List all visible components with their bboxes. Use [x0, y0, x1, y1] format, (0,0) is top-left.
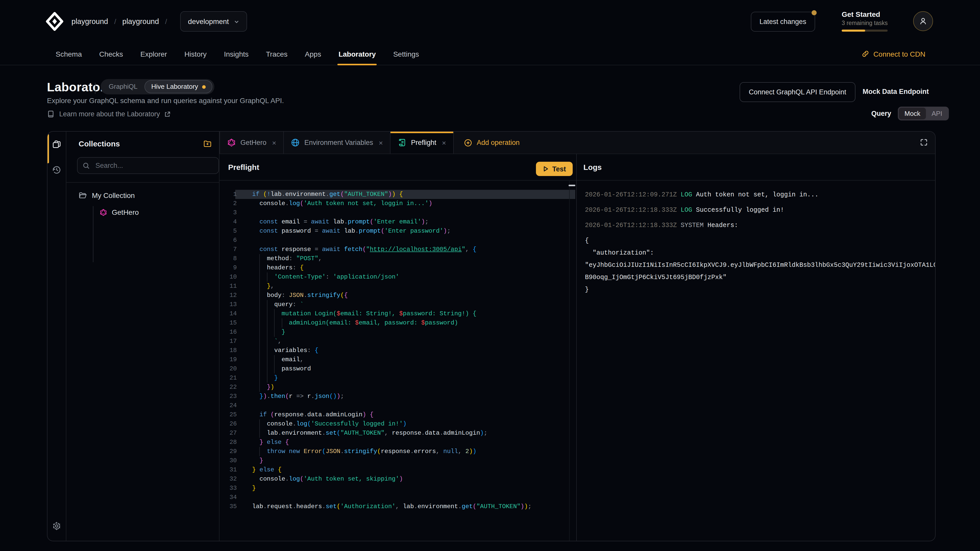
code-line[interactable]: 27 lab.environment.set("AUTH_TOKEN", res…: [220, 429, 576, 438]
code-line[interactable]: 17 `,: [220, 337, 576, 346]
nav-item-explorer[interactable]: Explorer: [132, 43, 176, 65]
settings-gear-icon[interactable]: [51, 520, 62, 532]
globe-icon: [291, 138, 300, 147]
code-line[interactable]: 22 }): [220, 383, 576, 392]
nav-item-traces[interactable]: Traces: [257, 43, 296, 65]
code-line[interactable]: 19 email,: [220, 355, 576, 364]
code-line[interactable]: 12 body: JSON.stringify({: [220, 291, 576, 300]
target-selector[interactable]: development: [180, 11, 247, 32]
line-number: 32: [220, 475, 237, 484]
tab-gethero[interactable]: GetHero×: [220, 132, 284, 154]
code-line[interactable]: 33}: [220, 484, 576, 493]
add-operation-label: Add operation: [477, 139, 520, 146]
code-line[interactable]: 16 }: [220, 327, 576, 337]
mode-option-graphiql[interactable]: GraphiQL: [103, 81, 144, 93]
indent-guide: [259, 364, 260, 373]
history-rail-button[interactable]: [51, 164, 62, 176]
tab-label: Environment Variables: [304, 139, 373, 146]
code-line[interactable]: 29 throw new Error(JSON.stringify(respon…: [220, 447, 576, 456]
breadcrumb-org[interactable]: playground: [72, 17, 108, 25]
endpoint-segmented-control: MockAPI: [898, 106, 949, 121]
close-icon[interactable]: ×: [442, 138, 446, 147]
code-line[interactable]: 35lab.request.headers.set('Authorization…: [220, 502, 576, 511]
line-content: }: [237, 373, 278, 383]
connect-to-cdn-link[interactable]: Connect to CDN: [862, 43, 925, 65]
code-line[interactable]: 2 console.log('Auth token not set, loggi…: [220, 199, 576, 208]
tab-preflight[interactable]: Preflight×: [390, 132, 453, 154]
search-input[interactable]: [94, 161, 213, 170]
collection-operation-gethero[interactable]: GetHero: [100, 208, 139, 216]
code-line[interactable]: 21 }: [220, 373, 576, 383]
nav-item-history[interactable]: History: [176, 43, 215, 65]
indent-guide: [267, 346, 267, 355]
code-line[interactable]: 26 console.log('Successfully logged in!'…: [220, 419, 576, 429]
test-button[interactable]: Test: [536, 162, 573, 176]
endpoint-option-mock[interactable]: Mock: [899, 108, 926, 119]
nav-item-laboratory[interactable]: Laboratory: [330, 43, 384, 65]
nav-item-schema[interactable]: Schema: [47, 43, 91, 65]
nav-item-settings[interactable]: Settings: [385, 43, 428, 65]
preflight-code-editor[interactable]: 1if (!lab.environment.get("AUTH_TOKEN"))…: [220, 180, 576, 541]
learn-more-link[interactable]: Learn more about the Laboratory: [47, 110, 171, 118]
indent-guide: [259, 447, 260, 456]
code-line[interactable]: 6: [220, 236, 576, 245]
code-line[interactable]: 5 const password = await lab.prompt('Ent…: [220, 227, 576, 236]
close-icon[interactable]: ×: [272, 138, 276, 147]
person-icon: [919, 17, 928, 25]
code-line[interactable]: 11 },: [220, 282, 576, 291]
code-line[interactable]: 23 }).then(r => r.json());: [220, 392, 576, 401]
nav-item-checks[interactable]: Checks: [91, 43, 132, 65]
code-line[interactable]: 25 if (response.data.adminLogin) {: [220, 410, 576, 419]
connect-to-cdn-label: Connect to CDN: [873, 50, 925, 58]
app-header: playground / playground / development La…: [0, 0, 980, 43]
add-operation-button[interactable]: Add operation: [454, 132, 530, 154]
breadcrumb-project[interactable]: playground: [122, 17, 159, 25]
collections-search[interactable]: [77, 157, 219, 174]
code-line[interactable]: 32 console.log('Auth token set, skipping…: [220, 475, 576, 484]
collection-folder-my-collection[interactable]: My Collection: [79, 191, 135, 200]
endpoint-option-api[interactable]: API: [926, 108, 948, 119]
indent-guide: [267, 300, 267, 309]
notification-dot: [811, 10, 816, 15]
link-icon: [862, 50, 869, 58]
nav-item-insights[interactable]: Insights: [215, 43, 258, 65]
close-icon[interactable]: ×: [379, 138, 383, 147]
mode-option-hive-laboratory[interactable]: Hive Laboratory: [145, 80, 213, 94]
tab-environment-variables[interactable]: Environment Variables×: [284, 132, 390, 154]
new-collection-folder-icon[interactable]: [203, 139, 212, 148]
get-started-widget[interactable]: Get Started 3 remaining tasks: [842, 10, 889, 32]
code-line[interactable]: 3: [220, 208, 576, 218]
connect-endpoint-button[interactable]: Connect GraphQL API Endpoint: [740, 82, 856, 102]
code-line[interactable]: 9 headers: {: [220, 263, 576, 272]
code-line[interactable]: 13 query: `: [220, 300, 576, 309]
code-line[interactable]: 4 const email = await lab.prompt('Enter …: [220, 218, 576, 227]
code-line[interactable]: 18 variables: {: [220, 346, 576, 355]
collections-rail-button[interactable]: [51, 139, 62, 150]
indent-guide: [259, 318, 260, 327]
code-line[interactable]: 7 const response = await fetch("http://l…: [220, 245, 576, 254]
fullscreen-icon[interactable]: [920, 138, 928, 146]
nav-item-apps[interactable]: Apps: [296, 43, 330, 65]
tab-label: Preflight: [411, 139, 436, 146]
mock-endpoint-button[interactable]: Mock Data Endpoint: [862, 82, 929, 101]
code-line[interactable]: 8 method: "POST",: [220, 254, 576, 263]
minimap-slider[interactable]: [569, 185, 575, 186]
code-line[interactable]: 34: [220, 493, 576, 502]
code-line[interactable]: 15 adminLogin(email: $email, password: $…: [220, 318, 576, 327]
latest-changes-button[interactable]: Latest changes: [751, 12, 815, 32]
log-timestamp: 2026-01-26T12:12:18.333Z: [585, 206, 681, 214]
code-line[interactable]: 24: [220, 401, 576, 410]
code-line[interactable]: 20 password: [220, 364, 576, 373]
code-line[interactable]: 28 } else {: [220, 438, 576, 447]
content-header: Preflight Test Logs: [220, 154, 935, 181]
code-line[interactable]: 30 }: [220, 456, 576, 465]
code-line[interactable]: 31} else {: [220, 465, 576, 475]
indent-guide: [259, 282, 260, 291]
user-avatar[interactable]: [913, 11, 933, 31]
line-content: throw new Error(JSON.stringify(response.…: [237, 447, 476, 456]
code-line[interactable]: 14 mutation Login($email: String!, $pass…: [220, 309, 576, 318]
hive-logo-icon[interactable]: [45, 12, 64, 31]
code-line[interactable]: 10 'Content-Type': 'application/json': [220, 272, 576, 282]
line-number: 27: [220, 429, 237, 438]
code-line[interactable]: 1if (!lab.environment.get("AUTH_TOKEN"))…: [220, 190, 576, 199]
